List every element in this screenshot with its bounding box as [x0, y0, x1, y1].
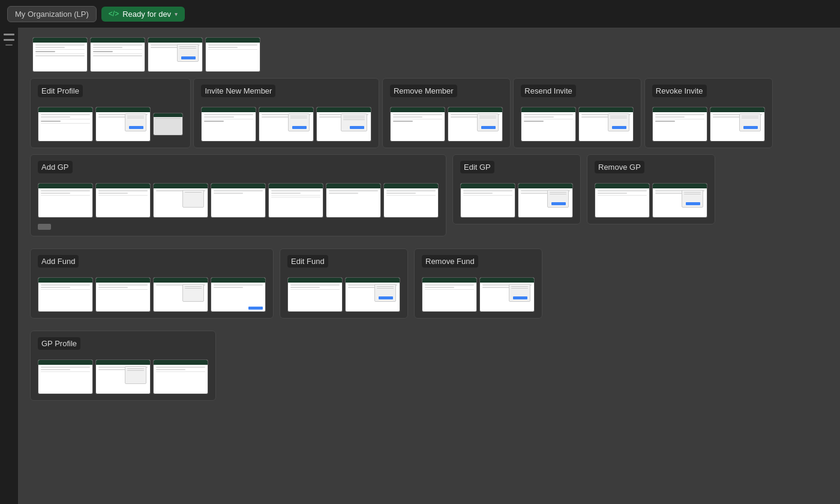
status-button[interactable]: </> Ready for dev ▾ [101, 7, 185, 22]
frame-thumb[interactable] [578, 107, 634, 142]
progress-indicator [38, 224, 51, 230]
frame-thumb[interactable] [710, 107, 765, 142]
section-label-add-gp: Add GP [38, 161, 73, 173]
resend-invite-section: Resend Invite [513, 78, 641, 148]
add-fund-frames [38, 277, 266, 312]
dialog-overlay [177, 44, 199, 62]
section-label-edit-fund: Edit Fund [287, 255, 328, 268]
frame-thumb[interactable] [595, 183, 650, 218]
frame-thumb[interactable] [38, 107, 93, 142]
frame-thumb[interactable] [287, 277, 343, 312]
dialog-overlay [341, 113, 367, 131]
frame-thumb[interactable] [201, 107, 256, 142]
section-label-gp-profile: GP Profile [38, 337, 80, 350]
frame-thumb[interactable] [345, 277, 400, 312]
remove-fund-frames [422, 277, 535, 312]
dialog-overlay [509, 284, 530, 302]
revoke-invite-section: Revoke Invite [644, 78, 773, 148]
dialog-overlay [547, 190, 569, 208]
section-header: Revoke Invite [652, 85, 765, 101]
remove-fund-section: Remove Fund [414, 248, 542, 319]
section-header: Edit GP [460, 161, 573, 177]
add-gp-section: Add GP [30, 154, 446, 236]
edit-fund-frames [287, 277, 400, 312]
section-label-invite: Invite New Member [201, 85, 275, 97]
frame-thumb[interactable] [148, 37, 203, 72]
add-fund-section: Add Fund [30, 248, 274, 319]
frame-thumb[interactable] [95, 183, 151, 218]
edit-fund-section: Edit Fund [280, 248, 408, 319]
frame-thumb[interactable] [383, 183, 439, 218]
frame-thumb[interactable] [521, 107, 576, 142]
frame-thumb[interactable] [448, 107, 503, 142]
frame-thumb[interactable] [90, 37, 145, 72]
frame-thumb[interactable] [652, 183, 707, 218]
edit-profile-frames [38, 107, 183, 142]
section-header: Resend Invite [521, 85, 634, 101]
section-header: Invite New Member [201, 85, 371, 101]
remove-member-section: Remove Member [382, 78, 511, 148]
resend-invite-frames [521, 107, 634, 142]
revoke-invite-frames [652, 107, 765, 142]
frame-thumb[interactable] [326, 183, 381, 218]
edit-gp-frames [460, 183, 573, 218]
frame-thumb[interactable] [390, 107, 445, 142]
dialog-overlay [608, 113, 629, 131]
frame-thumb[interactable] [316, 107, 371, 142]
frame-thumb[interactable] [205, 37, 260, 72]
frame-thumb[interactable] [153, 113, 183, 136]
section-label-revoke-invite: Revoke Invite [652, 85, 707, 97]
section-label-resend-invite: Resend Invite [521, 85, 576, 97]
frame-thumb[interactable] [38, 277, 93, 312]
invite-new-member-section: Invite New Member [193, 78, 379, 148]
dialog-overlay [374, 284, 396, 302]
section-header: Edit Fund [287, 255, 400, 271]
dialog-overlay [125, 366, 146, 384]
chevron-down-icon: ▾ [175, 11, 178, 17]
frame-thumb[interactable] [95, 277, 151, 312]
frame-thumb[interactable] [211, 183, 266, 218]
section-header: Add Fund [38, 255, 266, 271]
frame-thumb[interactable] [153, 183, 208, 218]
status-label: Ready for dev [122, 10, 171, 19]
dialog-overlay [182, 190, 204, 208]
sidebar-icon-2 [4, 39, 14, 41]
gp-profile-frames [38, 359, 208, 394]
frame-thumb[interactable] [479, 277, 535, 312]
section-header: Remove GP [595, 161, 707, 177]
section-label-remove-gp: Remove GP [595, 161, 644, 173]
sidebar-icon-1 [4, 34, 14, 35]
dialog-overlay [182, 284, 204, 302]
section-label-edit-gp: Edit GP [460, 161, 494, 173]
code-icon: </> [109, 10, 119, 18]
frame-thumb[interactable] [38, 183, 93, 218]
frame-thumb[interactable] [268, 183, 323, 218]
section-header: Remove Fund [422, 255, 535, 271]
frame-thumb[interactable] [422, 277, 477, 312]
sidebar-icon-3 [5, 44, 13, 46]
frame-thumb[interactable] [38, 359, 93, 394]
sidebar [0, 28, 18, 504]
remove-member-frames [390, 107, 503, 142]
section-label-edit-profile: Edit Profile [38, 85, 83, 97]
frame-thumb[interactable] [259, 107, 314, 142]
main-content: Edit Profile [18, 28, 840, 504]
remove-gp-frames [595, 183, 707, 218]
org-button[interactable]: My Organization (LP) [7, 6, 97, 22]
frame-thumb[interactable] [153, 277, 208, 312]
frame-thumb[interactable] [652, 107, 707, 142]
remove-gp-section: Remove GP [587, 154, 715, 224]
frame-thumb[interactable] [518, 183, 573, 218]
frame-thumb[interactable] [153, 359, 208, 394]
dialog-overlay [682, 190, 703, 208]
section-header: Add GP [38, 161, 439, 177]
invite-frames [201, 107, 371, 142]
frame-thumb[interactable] [32, 37, 88, 72]
frame-thumb[interactable] [211, 277, 266, 312]
edit-gp-section: Edit GP [452, 154, 581, 224]
section-label-add-fund: Add Fund [38, 255, 79, 268]
frame-thumb[interactable] [95, 107, 151, 142]
section-header: Edit Profile [38, 85, 183, 101]
frame-thumb[interactable] [95, 359, 151, 394]
frame-thumb[interactable] [460, 183, 515, 218]
